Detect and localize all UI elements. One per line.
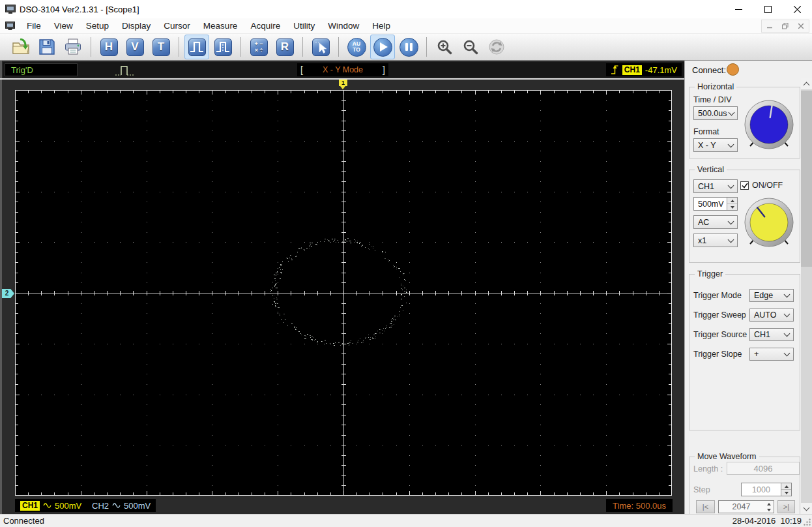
connect-indicator[interactable] [727,63,739,76]
mdi-restore-icon [782,23,789,29]
spin-up-icon[interactable] [727,198,737,204]
trigger-source-select[interactable]: CH1 [749,328,794,341]
spin-up-icon[interactable] [764,501,774,507]
sync-button[interactable] [484,35,509,59]
trigger-settings-button[interactable]: T [149,35,173,59]
onoff-row: ON/OFF [740,181,783,190]
scroll-down-button[interactable] [801,503,812,514]
minimize-button[interactable] [724,0,753,18]
menu-window[interactable]: Window [321,18,366,34]
mdi-minimize-button[interactable] [762,20,777,32]
ch1-scale-value: 500mV [55,501,81,511]
zoom-out-button[interactable] [458,35,483,59]
volt-div-spinner[interactable]: 500mV [693,197,738,211]
toolbar-separator [240,37,241,57]
spin-down-icon[interactable] [727,204,737,210]
ch2-position-marker[interactable]: 2 [2,289,14,298]
toolbar-separator [302,37,303,57]
trigger-slope-label: Trigger Slope [693,350,742,359]
trigger-slope-value: + [754,350,759,359]
trigger-mode-select[interactable]: Edge [749,289,794,302]
menu-file[interactable]: File [20,18,48,34]
format-label: Format [693,127,719,136]
vertical-knob[interactable] [740,195,798,250]
step-spinner[interactable]: 1000 [741,483,792,496]
autoset-button[interactable]: AU TO [344,35,369,59]
pulse-measure-button[interactable] [210,35,235,59]
control-panel: Connect: Horizontal Time / DIV 500.0us F… [684,61,812,514]
time-div-value: 500.0us [698,109,727,118]
step-value: 1000 [742,483,781,496]
pulse-dashed-icon [214,38,232,56]
trigger-sweep-select[interactable]: AUTO [749,309,794,322]
save-button[interactable] [35,35,59,59]
scrollbar-thumb[interactable] [801,91,812,267]
menu-view[interactable]: View [48,18,80,34]
cursor-measure-button[interactable] [308,35,333,59]
panel-scrollbar[interactable] [801,78,812,514]
horizontal-settings-button[interactable]: H [96,35,121,59]
pulse-waveform-button[interactable] [184,35,209,59]
spin-down-icon[interactable] [781,490,791,496]
menu-setup[interactable]: Setup [80,18,115,34]
menu-acquire[interactable]: Acquire [244,18,287,34]
trigger-sweep-value: AUTO [754,310,777,320]
t-letter-icon: T [152,38,170,56]
menu-measure[interactable]: Measure [197,18,244,34]
mdi-restore-button[interactable] [777,20,793,32]
position-spinner[interactable]: 2047 [718,500,774,513]
channel-onoff-checkbox[interactable] [740,181,749,190]
app-icon [5,5,16,14]
trigger-slope-select[interactable]: + [749,348,794,361]
xy-mode-label: X - Y Mode [323,65,363,74]
ch1-position-marker[interactable]: 1 [339,80,347,86]
print-button[interactable] [61,35,85,59]
resize-grip[interactable] [803,518,811,526]
close-button[interactable] [783,0,812,18]
first-button[interactable]: |< [696,500,715,513]
spinner-arrows [781,483,791,496]
pause-button[interactable] [396,35,421,59]
channel-select[interactable]: CH1 [693,179,738,193]
zoom-out-icon [462,38,479,55]
trigger-level-readout: CH1 -47.1mV [606,63,682,76]
time-div-label: Time / DIV [693,95,732,104]
format-select[interactable]: X - Y [693,138,738,152]
last-button[interactable]: >| [777,500,795,513]
check-icon [742,183,748,188]
spin-up-icon[interactable] [781,483,791,490]
run-button[interactable] [370,35,395,59]
math-button[interactable]: + − × ÷ [246,35,271,59]
probe-select[interactable]: x1 [693,233,738,247]
ch2-scale-value: 500mV [124,501,151,511]
spin-down-icon[interactable] [764,507,774,513]
scroll-up-button[interactable] [801,78,812,89]
window-title: DSO-3104 Ver2.1.31 - [Scope1] [20,5,139,14]
zoom-in-button[interactable] [432,35,457,59]
time-div-select[interactable]: 500.0us [693,106,738,120]
mdi-close-button[interactable] [793,20,809,32]
toolbar: H V T + − × ÷ R AU TO [0,34,812,61]
chevron-up-icon [804,82,810,88]
toolbar-separator [91,37,91,57]
open-folder-icon [12,38,30,55]
maximize-button[interactable] [753,0,783,18]
vertical-settings-button[interactable]: V [123,35,147,59]
trigger-group: Trigger Trigger Mode Edge Trigger Sweep … [689,274,800,430]
menu-utility[interactable]: Utility [287,18,321,34]
menu-display[interactable]: Display [115,18,157,34]
ch1-readout[interactable]: CH1 500mV [15,499,87,512]
coupling-select[interactable]: AC [693,215,738,229]
length-label: Length : [693,464,723,474]
menu-cursor[interactable]: Cursor [157,18,197,34]
menu-help[interactable]: Help [366,18,397,34]
trigger-status: Trig'D [5,63,78,76]
ch2-readout[interactable]: CH2 500mV [87,499,156,512]
chevron-down-icon [728,141,734,147]
menu-bar: File View Setup Display Cursor Measure A… [0,18,812,34]
horizontal-knob[interactable] [740,97,798,152]
reference-button[interactable]: R [272,35,297,59]
open-button[interactable] [8,35,33,59]
connect-label: Connect: [692,65,726,75]
trigger-type-pulse-icon [115,64,137,78]
